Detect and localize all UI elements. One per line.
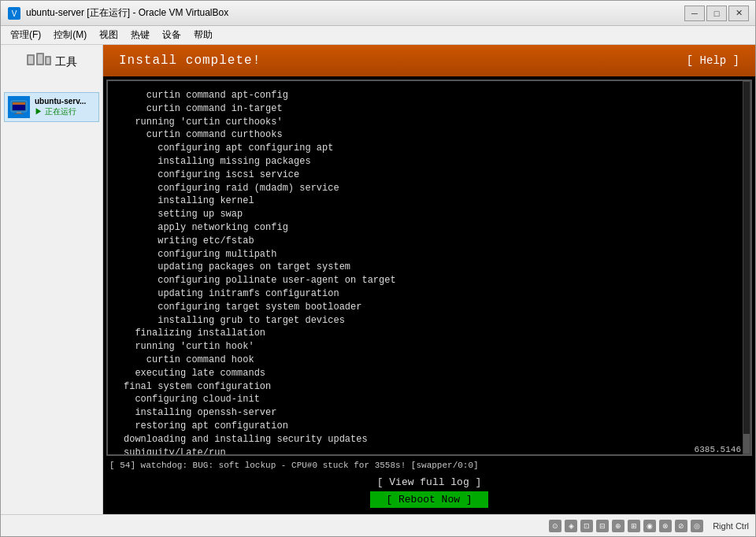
install-title: Install complete! <box>119 54 261 68</box>
minimize-button[interactable]: ─ <box>684 6 705 21</box>
status-icon-2: ◈ <box>565 520 577 532</box>
install-header: Install complete! [ Help ] <box>103 45 755 76</box>
status-icon-8: ⊗ <box>659 520 672 532</box>
status-text: 正在运行 <box>45 107 76 116</box>
svg-text:V: V <box>12 9 17 18</box>
action-area: [ View full log ] [ Reboot Now ] <box>103 472 755 514</box>
menu-item-control[interactable]: 控制(M) <box>47 27 93 43</box>
reboot-button[interactable]: [ Reboot Now ] <box>370 491 487 508</box>
status-icon-6: ⊞ <box>628 520 640 532</box>
vm-info: ubuntu-serv... ▶ 正在运行 <box>35 97 86 117</box>
tools-row: 工具 <box>27 51 77 73</box>
log-text: [ 54] watchdog: BUG: soft lockup - CPU#0… <box>109 461 479 470</box>
tools-section: 工具 <box>4 51 99 76</box>
tools-label: 工具 <box>55 55 77 69</box>
vm-list-item[interactable]: ubuntu-serv... ▶ 正在运行 <box>4 92 99 122</box>
vm-panel: Install complete! [ Help ] curtin comman… <box>103 45 755 514</box>
svg-rect-5 <box>38 54 43 64</box>
menu-item-devices[interactable]: 设备 <box>156 27 187 43</box>
scrollbar-thumb[interactable] <box>743 434 750 454</box>
menu-item-hotkey[interactable]: 热键 <box>124 27 156 43</box>
status-icons: ⊙ ◈ ⊡ ⊟ ⊕ ⊞ ◉ ⊗ ⊘ ◎ Right Ctrl <box>549 520 749 532</box>
svg-rect-10 <box>13 102 25 105</box>
menu-bar: 管理(F) 控制(M) 视图 热键 设备 帮助 <box>1 26 755 45</box>
status-arrow: ▶ <box>35 107 45 116</box>
sidebar: 工具 ubuntu-serv... ▶ <box>1 45 103 514</box>
svg-rect-3 <box>28 56 33 64</box>
terminal-area: curtin command apt-config curtin command… <box>103 76 755 459</box>
status-icon-10: ◎ <box>691 520 703 532</box>
window-controls: ─ □ ✕ <box>684 6 749 21</box>
vm-name: ubuntu-serv... <box>35 97 86 106</box>
svg-rect-11 <box>17 112 21 113</box>
maximize-button[interactable]: □ <box>706 6 727 21</box>
menu-item-view[interactable]: 视图 <box>93 27 124 43</box>
status-icon-4: ⊟ <box>596 520 609 532</box>
log-bar: [ 54] watchdog: BUG: soft lockup - CPU#0… <box>103 459 755 472</box>
view-log-link[interactable]: [ View full log ] <box>377 476 482 488</box>
menu-item-help[interactable]: 帮助 <box>187 27 219 43</box>
vm-icon <box>8 96 30 118</box>
status-icon-3: ⊡ <box>580 520 593 532</box>
main-window: V ubuntu-server [正在运行] - Oracle VM Virtu… <box>0 0 756 537</box>
scrollbar[interactable] <box>743 81 750 454</box>
vm-status: ▶ 正在运行 <box>35 106 86 117</box>
status-icon-1: ⊙ <box>549 520 561 532</box>
app-icon: V <box>7 6 21 20</box>
status-icon-5: ⊕ <box>612 520 624 532</box>
title-bar: V ubuntu-server [正在运行] - Oracle VM Virtu… <box>1 1 755 26</box>
size-indicator: 6385.5146 <box>695 445 741 454</box>
right-ctrl-label: Right Ctrl <box>713 521 749 531</box>
status-icon-7: ◉ <box>643 520 656 532</box>
status-bar: ⊙ ◈ ⊡ ⊟ ⊕ ⊞ ◉ ⊗ ⊘ ◎ Right Ctrl <box>1 514 755 536</box>
menu-item-manage[interactable]: 管理(F) <box>4 27 47 43</box>
help-button[interactable]: [ Help ] <box>687 54 739 67</box>
svg-rect-12 <box>14 113 24 114</box>
terminal-output: curtin command apt-config curtin command… <box>106 80 752 456</box>
tools-icon <box>27 51 52 73</box>
status-icon-9: ⊘ <box>675 520 687 532</box>
window-title: ubuntu-server [正在运行] - Oracle VM Virtual… <box>26 6 684 20</box>
close-button[interactable]: ✕ <box>728 6 749 21</box>
main-content: 工具 ubuntu-serv... ▶ <box>1 45 755 514</box>
svg-rect-7 <box>46 57 50 64</box>
